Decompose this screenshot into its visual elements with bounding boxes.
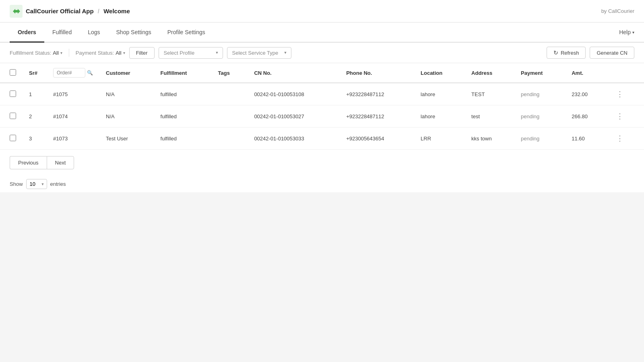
row-phone-1: +923228487112 — [340, 105, 414, 128]
logo-icon — [10, 5, 23, 18]
payment-label: Payment Status: — [76, 50, 114, 56]
row-order-2: #1073 — [47, 128, 99, 150]
row-select-0[interactable] — [10, 90, 16, 97]
tab-logs[interactable]: Logs — [80, 23, 108, 43]
row-amt-2: 11.60 — [565, 128, 607, 150]
tab-shop-settings[interactable]: Shop Settings — [108, 23, 159, 43]
entries-select[interactable]: 10 25 50 100 — [26, 179, 47, 189]
row-fulfillment-0: fulfilled — [154, 83, 212, 105]
table-row: 2 #1074 N/A fulfilled 00242-01-010053027… — [0, 105, 644, 128]
orders-table: Sr# 🔍 Customer Fulfillment Tags CN No. P… — [0, 63, 644, 150]
top-bar-right: by CallCourier — [601, 8, 634, 14]
table-body: 1 #1075 N/A fulfilled 00242-01-010053108… — [0, 83, 644, 150]
payment-value: All — [116, 50, 121, 56]
show-label: Show — [10, 181, 23, 187]
table-row: 1 #1075 N/A fulfilled 00242-01-010053108… — [0, 83, 644, 105]
select-service-type-wrapper: Select Service Type — [227, 47, 291, 59]
filter-button[interactable]: Filter — [129, 47, 155, 59]
col-tags: Tags — [212, 63, 248, 83]
col-sr: Sr# — [23, 63, 47, 83]
row-location-2: LRR — [414, 128, 465, 150]
row-location-0: lahore — [414, 83, 465, 105]
table-header-row: Sr# 🔍 Customer Fulfillment Tags CN No. P… — [0, 63, 644, 83]
col-payment: Payment — [514, 63, 565, 83]
col-checkbox — [0, 63, 23, 83]
previous-button[interactable]: Previous — [10, 156, 47, 169]
toolbar-right: ↻ Refresh Generate CN — [547, 47, 634, 59]
nav-tabs: Orders Fulfilled Logs Shop Settings Prof… — [10, 23, 213, 42]
row-order-0: #1075 — [47, 83, 99, 105]
payment-chevron-icon: ▾ — [123, 51, 125, 55]
row-more-0: ⋮ — [607, 83, 644, 105]
top-bar-left: CallCourier Official App / Welcome — [10, 5, 130, 18]
row-cn-0: 00242-01-010053108 — [248, 83, 340, 105]
entries-label: entries — [50, 181, 66, 187]
app-name: CallCourier Official App — [26, 8, 94, 14]
refresh-label: Refresh — [561, 50, 579, 56]
page-name: Welcome — [103, 8, 130, 14]
row-more-button-2[interactable]: ⋮ — [614, 133, 626, 144]
tab-fulfilled[interactable]: Fulfilled — [44, 23, 80, 43]
pagination-area: Previous Next — [0, 150, 644, 176]
help-label: Help — [619, 29, 631, 35]
payment-status-filter[interactable]: Payment Status: All ▾ — [76, 50, 125, 56]
row-sr-2: 3 — [23, 128, 47, 150]
row-customer-1: N/A — [99, 105, 154, 128]
table-row: 3 #1073 Test User fulfilled 00242-01-010… — [0, 128, 644, 150]
generate-cn-button[interactable]: Generate CN — [590, 47, 634, 59]
row-payment-0: pending — [514, 83, 565, 105]
row-amt-1: 266.80 — [565, 105, 607, 128]
row-address-0: TEST — [465, 83, 514, 105]
row-payment-2: pending — [514, 128, 565, 150]
row-payment-1: pending — [514, 105, 565, 128]
select-service-type-dropdown[interactable]: Select Service Type — [227, 47, 291, 59]
fulfillment-status-filter[interactable]: Fulfillment Status: All ▾ — [10, 50, 62, 56]
fulfillment-value: All — [53, 50, 58, 56]
orders-table-container: Sr# 🔍 Customer Fulfillment Tags CN No. P… — [0, 63, 644, 150]
col-location: Location — [414, 63, 465, 83]
fulfillment-label: Fulfillment Status: — [10, 50, 51, 56]
next-button[interactable]: Next — [47, 156, 74, 169]
refresh-button[interactable]: ↻ Refresh — [547, 47, 586, 59]
refresh-icon: ↻ — [553, 49, 558, 56]
row-phone-2: +923005643654 — [340, 128, 414, 150]
row-checkbox-2 — [0, 128, 23, 150]
col-actions — [607, 63, 644, 83]
row-tags-2 — [212, 128, 248, 150]
row-cn-2: 00242-01-010053033 — [248, 128, 340, 150]
search-icon: 🔍 — [87, 70, 93, 76]
row-more-1: ⋮ — [607, 105, 644, 128]
row-address-2: kks town — [465, 128, 514, 150]
row-select-2[interactable] — [10, 135, 16, 141]
order-search-input[interactable] — [53, 68, 85, 78]
row-more-button-1[interactable]: ⋮ — [614, 111, 626, 121]
app-title: CallCourier Official App / Welcome — [26, 8, 130, 14]
row-address-1: test — [465, 105, 514, 128]
row-more-button-0[interactable]: ⋮ — [614, 89, 626, 99]
separator-1 — [69, 49, 69, 57]
help-button[interactable]: Help ▾ — [619, 29, 634, 35]
row-sr-1: 2 — [23, 105, 47, 128]
col-cn-no: CN No. — [248, 63, 340, 83]
col-order: 🔍 — [47, 63, 99, 83]
top-bar: CallCourier Official App / Welcome by Ca… — [0, 0, 644, 23]
col-customer: Customer — [99, 63, 154, 83]
select-all-checkbox[interactable] — [10, 69, 16, 76]
col-phone: Phone No. — [340, 63, 414, 83]
row-cn-1: 00242-01-010053027 — [248, 105, 340, 128]
row-tags-1 — [212, 105, 248, 128]
select-profile-dropdown[interactable]: Select Profile — [159, 47, 223, 59]
row-customer-0: N/A — [99, 83, 154, 105]
row-tags-0 — [212, 83, 248, 105]
col-address: Address — [465, 63, 514, 83]
tab-profile-settings[interactable]: Profile Settings — [159, 23, 213, 43]
row-customer-2: Test User — [99, 128, 154, 150]
row-more-2: ⋮ — [607, 128, 644, 150]
tab-orders[interactable]: Orders — [10, 23, 44, 43]
row-checkbox-0 — [0, 83, 23, 105]
entries-wrapper: 10 25 50 100 — [26, 179, 47, 189]
row-order-1: #1074 — [47, 105, 99, 128]
row-select-1[interactable] — [10, 113, 16, 119]
row-sr-0: 1 — [23, 83, 47, 105]
nav-bar: Orders Fulfilled Logs Shop Settings Prof… — [0, 23, 644, 43]
